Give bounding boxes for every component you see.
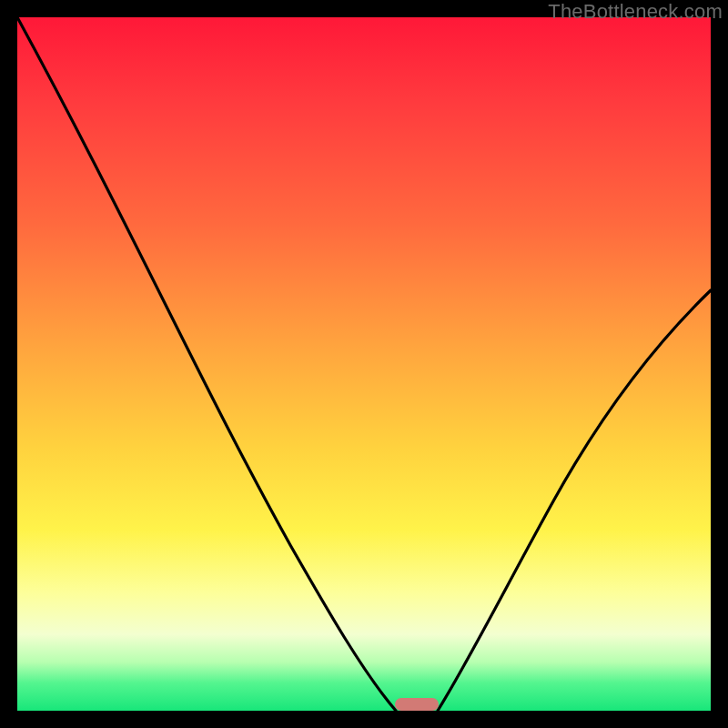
- curve-right-branch: [438, 290, 711, 711]
- curve-left-branch: [17, 17, 396, 711]
- optimal-marker: [395, 698, 439, 711]
- attribution-label: TheBottleneck.com: [548, 0, 723, 24]
- chart-plot-area: [17, 17, 711, 711]
- bottleneck-curve: [17, 17, 711, 711]
- chart-frame: TheBottleneck.com: [0, 0, 728, 728]
